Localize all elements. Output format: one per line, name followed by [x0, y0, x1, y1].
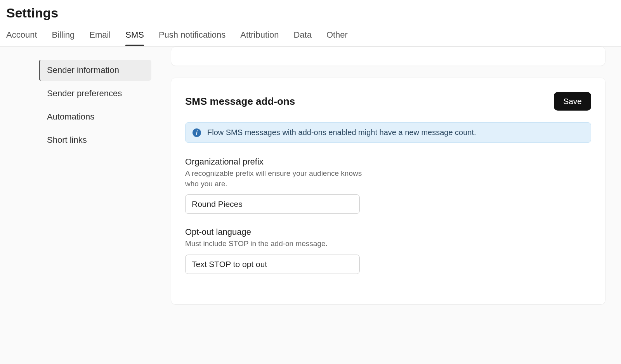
tab-bar: Account Billing Email SMS Push notificat… — [0, 24, 621, 47]
main-panel: SMS message add-ons Save i Flow SMS mess… — [163, 47, 621, 364]
previous-card-stub — [171, 47, 605, 66]
tab-account[interactable]: Account — [6, 24, 37, 46]
tab-attribution[interactable]: Attribution — [240, 24, 279, 46]
sidebar-item-automations[interactable]: Automations — [39, 106, 151, 127]
card-title: SMS message add-ons — [185, 95, 295, 107]
sidebar-item-sender-information[interactable]: Sender information — [39, 60, 151, 81]
org-prefix-input[interactable] — [185, 194, 360, 214]
sidebar-item-short-links[interactable]: Short links — [39, 130, 151, 151]
tab-data[interactable]: Data — [293, 24, 311, 46]
tab-sms[interactable]: SMS — [125, 24, 144, 46]
info-icon: i — [193, 128, 201, 137]
card-header: SMS message add-ons Save — [185, 92, 591, 111]
page-title: Settings — [0, 0, 621, 24]
sidebar: Sender information Sender preferences Au… — [0, 47, 163, 364]
info-banner: i Flow SMS messages with add-ons enabled… — [185, 122, 591, 143]
tab-other[interactable]: Other — [326, 24, 348, 46]
sidebar-item-sender-preferences[interactable]: Sender preferences — [39, 83, 151, 104]
opt-out-desc: Must include STOP in the add-on message. — [185, 239, 371, 249]
tab-email[interactable]: Email — [89, 24, 111, 46]
opt-out-field: Opt-out language Must include STOP in th… — [185, 227, 371, 274]
sms-addons-card: SMS message add-ons Save i Flow SMS mess… — [171, 78, 605, 305]
org-prefix-field: Organizational prefix A recognizable pre… — [185, 157, 371, 214]
info-banner-text: Flow SMS messages with add-ons enabled m… — [207, 128, 476, 137]
opt-out-label: Opt-out language — [185, 227, 371, 237]
opt-out-input[interactable] — [185, 255, 360, 274]
org-prefix-desc: A recognizable prefix will ensure your a… — [185, 168, 371, 189]
tab-billing[interactable]: Billing — [52, 24, 75, 46]
tab-push-notifications[interactable]: Push notifications — [159, 24, 226, 46]
org-prefix-label: Organizational prefix — [185, 157, 371, 167]
content-area: Sender information Sender preferences Au… — [0, 47, 621, 364]
save-button[interactable]: Save — [554, 92, 591, 111]
